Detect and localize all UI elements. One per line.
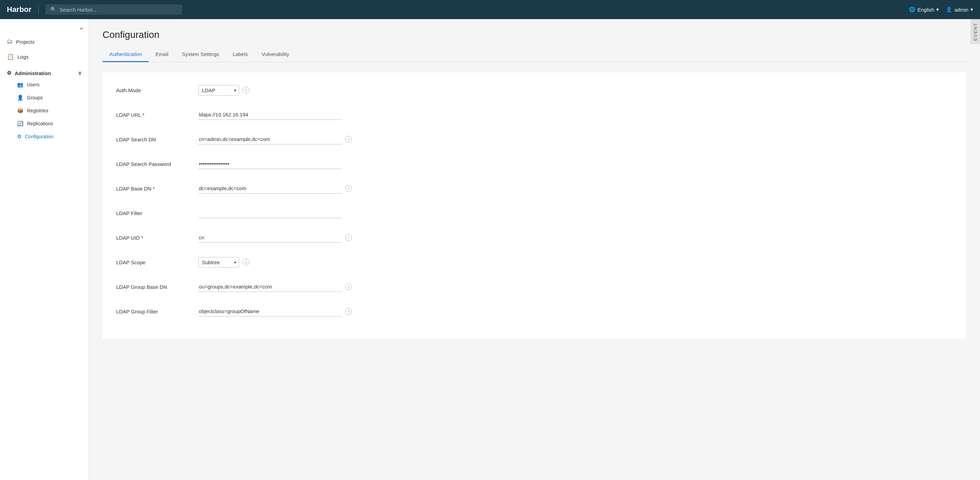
ldap-search-password-input[interactable]	[198, 159, 342, 169]
event-sidebar[interactable]: EVENT	[970, 19, 980, 44]
ldap-uid-info-icon[interactable]: i	[345, 234, 352, 241]
nav-right: 🌐 English ▾ 👤 admin ▾	[909, 6, 973, 13]
ldap-base-dn-control: i	[198, 183, 953, 193]
ldap-search-dn-control: i	[198, 134, 953, 144]
tab-authentication[interactable]: Authentication	[102, 47, 149, 62]
search-placeholder: Search Harbor...	[59, 7, 97, 13]
sidebar-item-configuration[interactable]: ⚙ Configuration	[7, 130, 82, 143]
configuration-icon: ⚙	[17, 133, 22, 139]
page-title: Configuration	[102, 29, 966, 40]
logs-icon: 📋	[7, 53, 14, 60]
required-marker: *	[153, 186, 155, 192]
event-label: EVENT	[973, 22, 978, 41]
sidebar-item-projects[interactable]: 🗂 Projects	[0, 34, 89, 49]
ldap-group-base-dn-row: LDAP Group Base DN i	[116, 279, 953, 294]
auth-mode-row: Auth Mode LDAP Database OIDC i	[116, 82, 953, 98]
ldap-url-row: LDAP URL *	[116, 107, 953, 122]
ldap-filter-input[interactable]	[198, 208, 342, 218]
top-nav: Harbor 🔍 Search Harbor... 🌐 English ▾ 👤 …	[0, 0, 980, 19]
sidebar-item-label: Configuration	[25, 134, 53, 139]
administration-label: Administration	[15, 70, 51, 76]
tab-vulnerability[interactable]: Vulnerability	[255, 47, 296, 62]
ldap-search-dn-row: LDAP Search DN i	[116, 132, 953, 147]
user-label: admin	[955, 7, 968, 13]
ldap-search-dn-label: LDAP Search DN	[116, 136, 198, 143]
tab-bar: Authentication Email System Settings Lab…	[102, 47, 966, 62]
chevron-down-icon: ▾	[970, 6, 973, 13]
ldap-base-dn-info-icon[interactable]: i	[345, 185, 352, 192]
admin-icon: ⚙	[7, 70, 11, 76]
language-label: English	[918, 7, 934, 13]
user-menu[interactable]: 👤 admin ▾	[946, 6, 973, 13]
registries-icon: 📦	[17, 108, 24, 114]
ldap-base-dn-input[interactable]	[198, 183, 342, 193]
ldap-filter-control	[198, 208, 953, 218]
tab-system-settings[interactable]: System Settings	[175, 47, 226, 62]
ldap-search-dn-input[interactable]	[198, 134, 342, 144]
ldap-group-filter-info-icon[interactable]: i	[345, 308, 352, 315]
ldap-group-filter-input[interactable]	[198, 306, 342, 317]
main-content: Configuration Authentication Email Syste…	[89, 19, 980, 480]
ldap-url-control	[198, 109, 953, 120]
ldap-base-dn-label: LDAP Base DN *	[116, 186, 198, 192]
auth-mode-label: Auth Mode	[116, 87, 198, 93]
ldap-scope-select[interactable]: Subtree Base OneLevel	[198, 257, 239, 268]
ldap-search-password-label: LDAP Search Password	[116, 161, 198, 167]
sidebar-item-replications[interactable]: 🔄 Replications	[7, 117, 82, 130]
ldap-filter-label: LDAP Filter	[116, 210, 198, 216]
groups-icon: 👤	[17, 95, 24, 101]
ldap-uid-label: LDAP UID *	[116, 235, 198, 241]
ldap-scope-label: LDAP Scope	[116, 260, 198, 265]
collapse-icon: «	[80, 25, 83, 32]
auth-mode-control: LDAP Database OIDC i	[198, 85, 953, 96]
sidebar-item-logs[interactable]: 📋 Logs	[0, 49, 89, 65]
auth-mode-select[interactable]: LDAP Database OIDC	[198, 85, 239, 96]
administration-header[interactable]: ⚙ Administration ∨	[7, 68, 82, 78]
ldap-group-base-dn-info-icon[interactable]: i	[345, 284, 352, 290]
language-selector[interactable]: 🌐 English ▾	[909, 6, 939, 13]
ldap-scope-info-icon[interactable]: i	[243, 259, 250, 266]
required-marker: *	[143, 112, 145, 118]
ldap-base-dn-row: LDAP Base DN * i	[116, 181, 953, 196]
sidebar-item-label: Logs	[18, 54, 29, 60]
ldap-uid-row: LDAP UID * i	[116, 230, 953, 245]
sidebar-collapse-button[interactable]: «	[0, 22, 89, 34]
ldap-scope-control: Subtree Base OneLevel i	[198, 257, 953, 268]
ldap-group-base-dn-input[interactable]	[198, 282, 342, 292]
ldap-group-filter-control: i	[198, 306, 953, 317]
chevron-down-icon: ▾	[936, 6, 939, 13]
admin-section: ⚙ Administration ∨ 👥 Users 👤 Groups 📦 Re…	[0, 65, 89, 144]
search-icon: 🔍	[50, 6, 57, 13]
ldap-search-password-control	[198, 159, 953, 169]
app-logo: Harbor	[7, 5, 38, 14]
projects-icon: 🗂	[7, 38, 13, 45]
ldap-group-base-dn-control: i	[198, 282, 953, 292]
sidebar: « 🗂 Projects 📋 Logs ⚙ Administration ∨ 👥…	[0, 19, 89, 480]
ldap-search-dn-info-icon[interactable]: i	[345, 136, 352, 143]
configuration-form: Auth Mode LDAP Database OIDC i L	[102, 72, 966, 339]
required-marker: *	[141, 235, 143, 241]
sidebar-item-label: Users	[27, 82, 40, 87]
users-icon: 👥	[17, 82, 24, 88]
auth-mode-info-icon[interactable]: i	[243, 87, 250, 93]
layout: « 🗂 Projects 📋 Logs ⚙ Administration ∨ 👥…	[0, 19, 980, 480]
sidebar-item-users[interactable]: 👥 Users	[7, 78, 82, 91]
sidebar-item-groups[interactable]: 👤 Groups	[7, 91, 82, 104]
chevron-down-icon: ∨	[78, 70, 82, 76]
ldap-uid-control: i	[198, 233, 953, 243]
sidebar-item-registries[interactable]: 📦 Registries	[7, 104, 82, 117]
ldap-uid-input[interactable]	[198, 233, 342, 243]
ldap-group-base-dn-label: LDAP Group Base DN	[116, 284, 198, 290]
ldap-group-filter-label: LDAP Group Filter	[116, 309, 198, 314]
search-bar[interactable]: 🔍 Search Harbor...	[45, 5, 182, 15]
sidebar-item-label: Replications	[27, 121, 53, 126]
user-icon: 👤	[946, 6, 952, 13]
sidebar-item-label: Registries	[27, 108, 48, 113]
tab-labels[interactable]: Labels	[226, 47, 255, 62]
ldap-filter-row: LDAP Filter	[116, 206, 953, 220]
replications-icon: 🔄	[17, 120, 24, 127]
ldap-search-password-row: LDAP Search Password	[116, 156, 953, 171]
ldap-group-filter-row: LDAP Group Filter i	[116, 304, 953, 319]
tab-email[interactable]: Email	[149, 47, 175, 62]
ldap-url-input[interactable]	[198, 109, 342, 120]
